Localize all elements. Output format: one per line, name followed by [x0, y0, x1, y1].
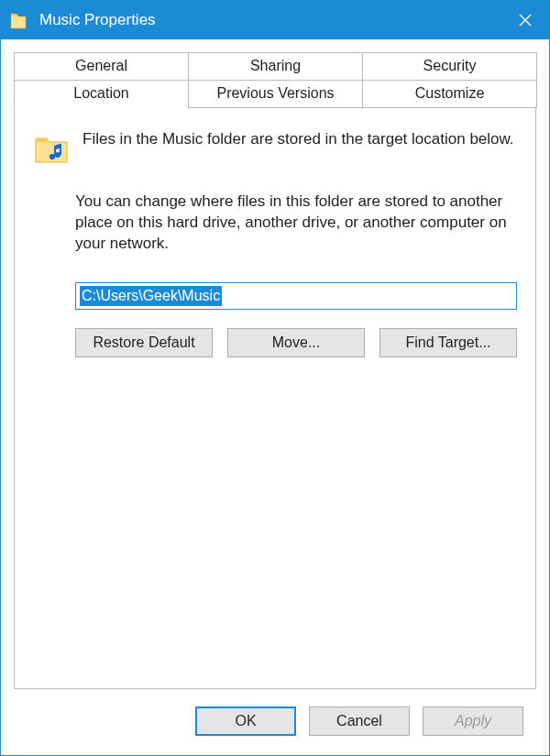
- tab-strip: General Sharing Security Location Previo…: [14, 52, 536, 108]
- titlebar: Music Properties: [1, 1, 549, 39]
- tab-security[interactable]: Security: [362, 52, 537, 80]
- tab-label: Sharing: [250, 58, 301, 73]
- window-title: Music Properties: [39, 11, 156, 29]
- path-input[interactable]: [75, 282, 517, 310]
- move-button[interactable]: Move...: [227, 328, 365, 357]
- tab-label: Security: [424, 58, 477, 73]
- find-target-button[interactable]: Find Target...: [380, 328, 517, 357]
- tab-previous-versions[interactable]: Previous Versions: [188, 80, 363, 108]
- description-text: You can change where files in this folde…: [75, 192, 517, 255]
- tab-location[interactable]: Location: [14, 80, 189, 109]
- close-icon: [518, 13, 533, 27]
- tab-label: Customize: [415, 85, 485, 101]
- properties-dialog: Music Properties General Sharing Securit…: [0, 0, 550, 756]
- folder-icon: [10, 7, 28, 33]
- restore-default-button[interactable]: Restore Default: [75, 328, 213, 357]
- close-button[interactable]: [501, 1, 549, 39]
- tab-customize[interactable]: Customize: [362, 80, 537, 108]
- tab-general[interactable]: General: [14, 52, 189, 80]
- tab-panel-location: Files in the Music folder are stored in …: [14, 107, 536, 689]
- tab-sharing[interactable]: Sharing: [188, 52, 363, 80]
- dialog-footer: OK Cancel Apply: [14, 700, 536, 755]
- ok-button[interactable]: OK: [195, 707, 296, 736]
- client-area: General Sharing Security Location Previo…: [1, 39, 549, 755]
- tab-label: Location: [73, 85, 129, 101]
- apply-button[interactable]: Apply: [423, 707, 523, 736]
- intro-text: Files in the Music folder are stored in …: [82, 129, 514, 150]
- cancel-button[interactable]: Cancel: [309, 707, 410, 736]
- tab-label: Previous Versions: [216, 85, 334, 101]
- tab-label: General: [75, 58, 127, 73]
- music-folder-icon: [33, 129, 70, 166]
